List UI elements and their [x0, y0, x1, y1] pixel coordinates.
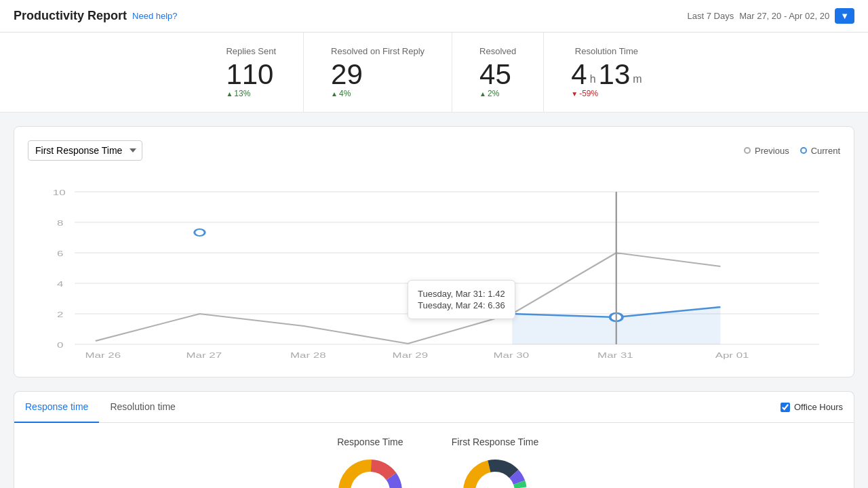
arrow-up-icon-3 [479, 89, 486, 98]
stat-label-resolved: Resolved [479, 46, 516, 56]
arrow-up-icon [226, 89, 233, 98]
arrow-up-icon-2 [331, 89, 338, 98]
svg-text:10: 10 [53, 188, 66, 197]
minutes-unit: m [633, 74, 642, 85]
tabs-container: Response time Resolution time Office Hou… [14, 391, 854, 423]
chart-container[interactable]: 0 2 4 6 8 10 Mar 26 Mar 27 Mar 28 Mar 29… [28, 171, 840, 363]
line-chart-svg: 0 2 4 6 8 10 Mar 26 Mar 27 Mar 28 Mar 29… [28, 171, 840, 361]
donut-response-time: Response Time [330, 436, 411, 488]
arrow-down-icon [571, 89, 578, 98]
stat-label-replies: Replies Sent [226, 46, 276, 56]
date-range-prefix: Last 7 Days [688, 11, 734, 21]
svg-text:Apr 01: Apr 01 [715, 351, 749, 359]
stat-change-replies: 13% [226, 89, 276, 98]
svg-text:2: 2 [57, 310, 63, 319]
svg-point-20 [195, 229, 205, 236]
chart-metric-select[interactable]: First Response Time [28, 140, 142, 161]
date-range: Last 7 Days Mar 27, 20 - Apr 02, 20 ▼ [688, 8, 855, 24]
svg-text:Mar 27: Mar 27 [186, 351, 222, 359]
tab-response-time[interactable]: Response time [14, 392, 99, 423]
date-range-text: Mar 27, 20 - Apr 02, 20 [739, 11, 829, 21]
tabs-header: Response time Resolution time Office Hou… [14, 392, 854, 423]
svg-text:Mar 28: Mar 28 [290, 351, 326, 359]
stat-resolved: Resolved 45 2% [452, 33, 544, 112]
svg-text:Mar 26: Mar 26 [85, 351, 121, 359]
stat-resolved-first-reply: Resolved on First Reply 29 4% [304, 33, 452, 112]
stat-value-resolved: 45 [479, 60, 516, 89]
stat-value-resolution: 4 h 13 m [571, 60, 642, 89]
legend-previous: Previous [744, 146, 789, 156]
date-dropdown-button[interactable]: ▼ [835, 8, 854, 24]
stat-value-replies: 110 [226, 60, 276, 89]
svg-text:8: 8 [57, 219, 63, 227]
chart-section: First Response Time Previous Current 0 2… [14, 126, 854, 378]
page-header: Productivity Report Need help? Last 7 Da… [0, 0, 868, 33]
donut-first-response-time: First Response Time [452, 436, 538, 488]
legend-dot-previous [744, 147, 751, 154]
legend-dot-current [800, 147, 807, 154]
donut-svg-response [330, 454, 411, 488]
chart-header: First Response Time Previous Current [28, 140, 840, 161]
stat-value-resolved-first: 29 [331, 60, 425, 89]
svg-text:4: 4 [57, 280, 63, 288]
stat-replies-sent: Replies Sent 110 13% [199, 33, 304, 112]
donut-title-first-response: First Response Time [452, 436, 538, 447]
help-link[interactable]: Need help? [132, 11, 178, 21]
svg-text:Mar 30: Mar 30 [494, 351, 530, 359]
stat-resolution-time: Resolution Time 4 h 13 m -59% [544, 33, 669, 112]
hours-unit: h [590, 74, 596, 85]
stat-change-resolved-first: 4% [331, 89, 425, 98]
tabs-list: Response time Resolution time [14, 392, 186, 422]
stat-label-resolved-first: Resolved on First Reply [331, 46, 425, 56]
stats-row: Replies Sent 110 13% Resolved on First R… [0, 33, 868, 113]
office-hours-checkbox[interactable] [781, 403, 790, 412]
svg-text:6: 6 [57, 249, 63, 258]
svg-text:Mar 31: Mar 31 [597, 351, 633, 359]
tab-resolution-time[interactable]: Resolution time [99, 392, 186, 423]
office-hours-toggle[interactable]: Office Hours [781, 402, 854, 412]
stat-change-resolution: -59% [571, 89, 642, 98]
donuts-section: Response Time First Response Time [14, 423, 854, 488]
office-hours-label: Office Hours [794, 402, 843, 412]
donut-svg-first-response [454, 454, 536, 488]
chart-legend: Previous Current [744, 146, 840, 156]
page-title: Productivity Report [14, 9, 127, 23]
stat-label-resolution: Resolution Time [571, 46, 642, 56]
legend-current: Current [800, 146, 840, 156]
svg-text:0: 0 [57, 341, 63, 349]
stat-change-resolved: 2% [479, 89, 516, 98]
svg-text:Mar 29: Mar 29 [393, 351, 429, 359]
donut-title-response: Response Time [337, 436, 403, 447]
